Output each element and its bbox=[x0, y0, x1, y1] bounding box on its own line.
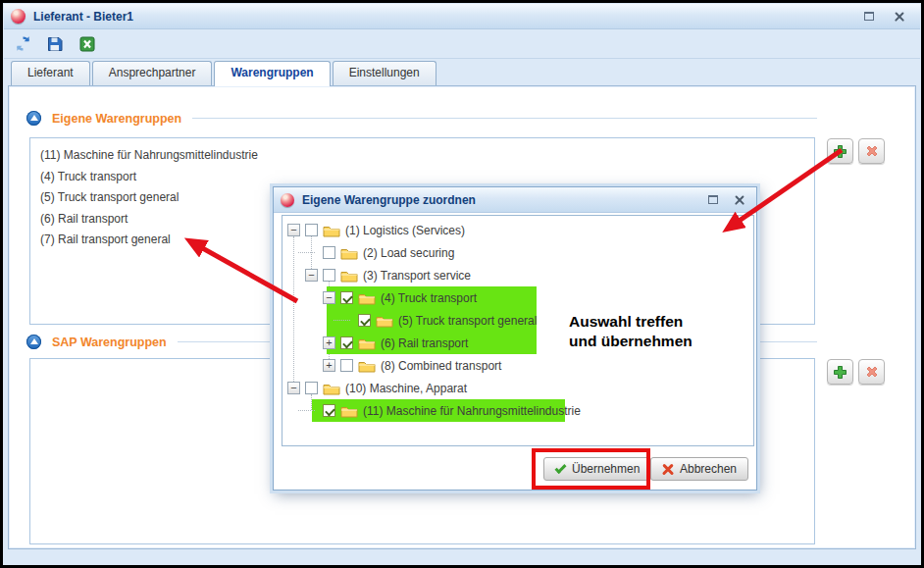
folder-icon bbox=[323, 224, 340, 237]
add-own-warengruppe-button[interactable] bbox=[827, 138, 853, 164]
dialog-titlebar: Eigene Warengruppe zuordnen bbox=[274, 187, 756, 213]
window-titlebar: Lieferant - Bieter1 bbox=[4, 4, 920, 29]
toolbar bbox=[4, 29, 920, 59]
tree-node-label[interactable]: (6) Rail transport bbox=[381, 336, 468, 350]
tree-node-label[interactable]: (1) Logistics (Services) bbox=[345, 224, 465, 237]
tree-node-label[interactable]: (2) Load securing bbox=[363, 246, 454, 260]
excel-export-icon[interactable] bbox=[77, 34, 97, 54]
tree-row: (8) Combined transport bbox=[282, 354, 753, 377]
tree-node-label[interactable]: (5) Truck transport general bbox=[398, 314, 537, 328]
remove-sap-warengruppe-button[interactable] bbox=[858, 359, 885, 385]
checkbox-checked[interactable] bbox=[340, 291, 353, 304]
checkbox[interactable] bbox=[323, 269, 335, 282]
tree-row: (1) Logistics (Services) bbox=[282, 219, 753, 241]
save-icon[interactable] bbox=[45, 34, 65, 54]
window-title: Lieferant - Bieter1 bbox=[33, 10, 856, 24]
tree-row: (10) Maschine, Apparat bbox=[282, 377, 753, 399]
tree-row: (2) Load securing bbox=[282, 241, 753, 264]
own-warengruppen-header: Eigene Warengruppen bbox=[26, 111, 817, 126]
tab-bar: Lieferant Ansprechpartner Warengruppen E… bbox=[11, 61, 916, 86]
tree-row-highlighted: (4) Truck transport bbox=[282, 286, 753, 309]
expand-expander-icon[interactable] bbox=[323, 359, 335, 372]
leaf-connector bbox=[305, 246, 318, 259]
folder-icon bbox=[340, 246, 358, 260]
app-logo-icon bbox=[11, 9, 26, 24]
collapse-up-icon[interactable] bbox=[26, 335, 41, 349]
folder-icon bbox=[340, 269, 358, 283]
tab-ansprechpartner[interactable]: Ansprechpartner bbox=[92, 61, 213, 85]
folder-icon bbox=[323, 382, 340, 395]
collapse-expander-icon[interactable] bbox=[287, 224, 300, 236]
assign-warengruppe-dialog: Eigene Warengruppe zuordnen (1) Logistic… bbox=[273, 186, 757, 491]
plus-icon bbox=[833, 365, 847, 380]
tree-node-label[interactable]: (11) Maschine für Nahrungsmittelindustri… bbox=[363, 404, 581, 418]
folder-icon bbox=[376, 314, 393, 328]
tree-node-label[interactable]: (4) Truck transport bbox=[381, 291, 477, 305]
collapse-expander-icon[interactable] bbox=[305, 269, 318, 282]
check-icon bbox=[554, 461, 566, 473]
abbrechen-label: Abbrechen bbox=[680, 462, 737, 476]
checkbox-checked[interactable] bbox=[340, 336, 353, 349]
list-item[interactable]: (11) Maschine für Nahrungsmittelindustri… bbox=[40, 145, 804, 167]
add-sap-warengruppe-button[interactable] bbox=[827, 359, 853, 385]
uebernehmen-label: Übernehmen bbox=[572, 462, 640, 476]
maximize-icon[interactable] bbox=[864, 12, 874, 21]
refresh-icon[interactable] bbox=[13, 34, 32, 54]
leaf-connector bbox=[305, 404, 318, 417]
remove-own-warengruppe-button[interactable] bbox=[858, 138, 885, 164]
checkbox[interactable] bbox=[305, 382, 318, 394]
plus-icon bbox=[833, 144, 847, 159]
tab-warengruppen[interactable]: Warengruppen bbox=[214, 61, 330, 86]
collapse-expander-icon[interactable] bbox=[323, 291, 335, 304]
annotation-text: Auswahl treffen und übernehmen bbox=[569, 312, 693, 351]
checkbox-checked[interactable] bbox=[358, 314, 371, 327]
delete-x-icon bbox=[865, 144, 879, 158]
maximize-icon[interactable] bbox=[708, 195, 718, 204]
tree-node-label[interactable]: (3) Transport service bbox=[363, 269, 471, 283]
sap-section-title: SAP Warengruppen bbox=[52, 336, 167, 349]
warengruppen-tree: (1) Logistics (Services) (2) Load securi… bbox=[282, 215, 754, 446]
cancel-x-icon bbox=[662, 463, 674, 475]
folder-icon bbox=[340, 404, 358, 418]
delete-x-icon bbox=[865, 365, 879, 379]
expand-expander-icon[interactable] bbox=[323, 336, 335, 349]
folder-icon bbox=[358, 359, 376, 373]
collapse-up-icon[interactable] bbox=[26, 111, 41, 126]
checkbox[interactable] bbox=[340, 359, 353, 372]
leaf-connector bbox=[340, 314, 353, 327]
own-section-title: Eigene Warengruppen bbox=[52, 112, 181, 126]
folder-icon bbox=[358, 291, 376, 305]
tree-node-label[interactable]: (10) Maschine, Apparat bbox=[345, 382, 467, 395]
tree-node-label[interactable]: (8) Combined transport bbox=[381, 359, 501, 373]
tree-row-highlighted: (11) Maschine für Nahrungsmittelindustri… bbox=[282, 399, 753, 422]
section-divider bbox=[192, 118, 817, 119]
checkbox[interactable] bbox=[305, 224, 318, 236]
collapse-expander-icon[interactable] bbox=[287, 382, 300, 394]
close-icon[interactable] bbox=[894, 11, 905, 23]
checkbox-checked[interactable] bbox=[323, 404, 335, 417]
tab-einstellungen[interactable]: Einstellungen bbox=[333, 61, 436, 85]
abbrechen-button[interactable]: Abbrechen bbox=[650, 457, 748, 481]
close-icon[interactable] bbox=[734, 194, 745, 206]
tree-row: (3) Transport service bbox=[282, 264, 753, 286]
tab-lieferant[interactable]: Lieferant bbox=[11, 61, 90, 85]
dialog-title: Eigene Warengruppe zuordnen bbox=[302, 193, 700, 207]
list-item[interactable]: (4) Truck transport bbox=[40, 167, 804, 188]
app-logo-icon bbox=[281, 193, 294, 207]
folder-icon bbox=[358, 336, 376, 350]
uebernehmen-button[interactable]: Übernehmen bbox=[543, 457, 651, 481]
checkbox[interactable] bbox=[323, 246, 335, 259]
